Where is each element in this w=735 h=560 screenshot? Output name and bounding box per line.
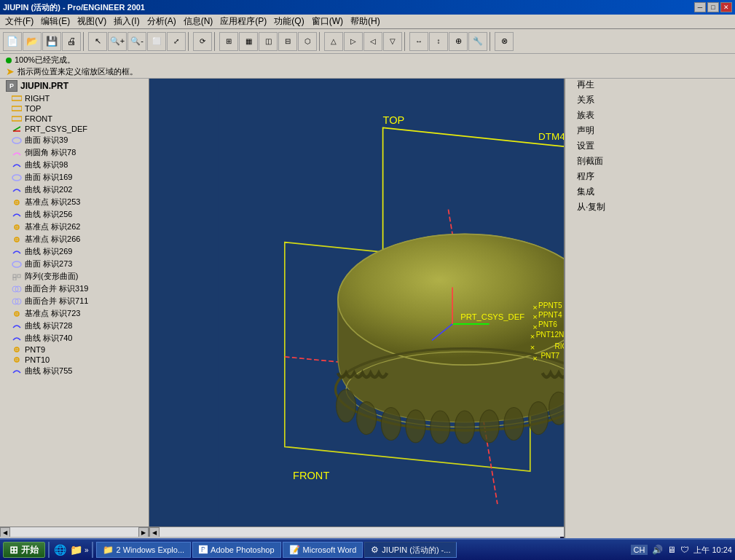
tree-item-icon — [12, 94, 23, 103]
tb-btn14[interactable]: ⊗ — [495, 32, 514, 51]
task-photoshop-icon: 🅿 — [199, 545, 208, 555]
tree-item[interactable]: 曲线 标识256 — [0, 208, 149, 221]
tree-item[interactable]: 曲面合并 标识711 — [0, 295, 149, 307]
svg-point-52 — [479, 410, 499, 443]
task-explorer-label: 2 Windows Explo... — [117, 545, 185, 554]
tb-btn9[interactable]: ▽ — [383, 32, 402, 51]
tb-btn10[interactable]: ↔ — [409, 32, 428, 51]
task-word[interactable]: 📝 Microsoft Word — [283, 542, 363, 558]
right-panel-item[interactable]: 集成 — [565, 184, 735, 200]
new-button[interactable]: 📄 — [3, 32, 22, 51]
right-panel-item[interactable]: 剖截面 — [565, 154, 735, 169]
right-panel-item[interactable]: 关系 — [565, 92, 735, 108]
toolbar-row1: 📄 📂 💾 🖨 ↖ 🔍+ 🔍- ⬜ ⤢ ⟳ ⊞ ▦ ◫ ⊟ ⬡ △ ▷ ◁ ▽ … — [0, 29, 735, 54]
menu-function[interactable]: 功能(Q) — [270, 14, 307, 29]
menu-info[interactable]: 信息(N) — [180, 14, 217, 29]
tree-item-icon — [12, 260, 23, 269]
tree-item[interactable]: 曲面 标识39 — [0, 134, 149, 146]
tb-btn4[interactable]: ⊟ — [278, 32, 297, 51]
tree-horiz-scroll[interactable]: ◀ ▶ — [0, 527, 149, 537]
tree-item[interactable]: FRONT — [0, 114, 149, 124]
tree-item[interactable]: 基准点 标识723 — [0, 307, 149, 320]
tree-item-icon — [12, 367, 23, 376]
tb-btn12[interactable]: ⊕ — [449, 32, 468, 51]
tb-btn7[interactable]: ▷ — [344, 32, 363, 51]
task-jiupin[interactable]: ⚙ JIUPIN (活动的) -... — [364, 542, 457, 558]
svg-point-48 — [381, 408, 401, 441]
tree-item[interactable]: PNT9 — [0, 344, 149, 355]
tb-btn13[interactable]: 🔧 — [468, 32, 487, 51]
select-button[interactable]: ↖ — [88, 32, 107, 51]
tb-btn1[interactable]: ⊞ — [219, 32, 238, 51]
tree-item[interactable]: 曲面 标识273 — [0, 258, 149, 270]
save-button[interactable]: 💾 — [42, 32, 61, 51]
tree-item[interactable]: 曲面合并 标识319 — [0, 283, 149, 295]
menu-insert[interactable]: 插入(I) — [110, 14, 143, 29]
tree-item[interactable]: 倒圆角 标识78 — [0, 146, 149, 159]
zoom-window-button[interactable]: ⬜ — [147, 32, 166, 51]
svg-marker-2 — [12, 117, 22, 121]
tree-item[interactable]: PRT_CSYS_DEF — [0, 124, 149, 134]
lang-indicator[interactable]: CH — [631, 545, 648, 555]
tray-ie-icon[interactable]: 🌐 — [52, 543, 67, 557]
menu-edit[interactable]: 编辑(E) — [37, 14, 74, 29]
hscroll-left-btn[interactable]: ◀ — [149, 527, 160, 537]
tree-item[interactable]: 曲线 标识98 — [0, 159, 149, 171]
task-photoshop[interactable]: 🅿 Adobe Photoshop — [192, 542, 280, 558]
tree-item[interactable]: PNT10 — [0, 355, 149, 365]
tb-btn2[interactable]: ▦ — [239, 32, 258, 51]
menu-application[interactable]: 应用程序(P) — [216, 14, 270, 29]
scroll-right-btn[interactable]: ▶ — [138, 527, 149, 537]
tb-btn5[interactable]: ⬡ — [298, 32, 317, 51]
right-panel-item[interactable]: 程序 — [565, 169, 735, 184]
tree-item-icon — [12, 248, 23, 256]
right-panel-item[interactable]: 从·复制 — [565, 200, 735, 215]
tree-item-icon — [12, 309, 23, 318]
right-panel-item[interactable]: 设置 — [565, 138, 735, 154]
tray-more-btn[interactable]: » — [84, 546, 89, 554]
right-panel-item[interactable]: 族表 — [565, 108, 735, 123]
tree-item[interactable]: RIGHT — [0, 93, 149, 103]
menu-help[interactable]: 帮助(H) — [347, 14, 384, 29]
menu-view[interactable]: 视图(V) — [74, 14, 110, 29]
tree-item[interactable]: 曲线 标识269 — [0, 245, 149, 258]
open-button[interactable]: 📂 — [23, 32, 42, 51]
zoom-fit-button[interactable]: ⤢ — [167, 32, 186, 51]
repaint-button[interactable]: ⟳ — [193, 32, 212, 51]
tree-item[interactable]: TOP — [0, 103, 149, 114]
right-panel-item[interactable]: 声明 — [565, 123, 735, 138]
tb-btn11[interactable]: ↕ — [429, 32, 448, 51]
menu-analysis[interactable]: 分析(A) — [144, 14, 180, 29]
tree-item[interactable]: 基准点 标识262 — [0, 221, 149, 233]
tree-item[interactable]: 曲线 标识728 — [0, 320, 149, 332]
svg-text:×: × — [532, 354, 538, 363]
tree-item-label: 曲面 标识169 — [25, 172, 72, 183]
minimize-button[interactable]: ─ — [694, 2, 706, 12]
tree-item[interactable]: 曲面 标识169 — [0, 171, 149, 184]
tree-item-label: 基准点 标识253 — [25, 197, 80, 208]
task-explorer[interactable]: 📁 2 Windows Explo... — [96, 542, 192, 558]
zoom-out-button[interactable]: 🔍- — [127, 32, 146, 51]
tb-btn6[interactable]: △ — [324, 32, 343, 51]
zoom-in-button[interactable]: 🔍+ — [108, 32, 127, 51]
right-panel-item[interactable]: 再生 — [565, 77, 735, 92]
scroll-left-btn[interactable]: ◀ — [0, 527, 10, 537]
tree-scroll-area[interactable]: RIGHTTOPFRONTPRT_CSYS_DEF曲面 标识39倒圆角 标识78… — [0, 93, 149, 527]
tray-explorer-icon[interactable]: 📁 — [68, 543, 83, 557]
menu-file[interactable]: 文件(F) — [1, 14, 37, 29]
close-button[interactable]: ✕ — [720, 2, 732, 12]
tree-item[interactable]: 基准点 标识266 — [0, 233, 149, 245]
tree-item[interactable]: 曲线 标识740 — [0, 332, 149, 344]
tb-btn8[interactable]: ◁ — [363, 32, 382, 51]
status-arrow-icon: ➤ — [6, 66, 15, 77]
maximize-button[interactable]: □ — [707, 2, 719, 12]
tree-item[interactable]: 曲线 标识202 — [0, 184, 149, 196]
tree-item[interactable]: 阵列(变形曲面) — [0, 270, 149, 283]
tb-btn3[interactable]: ◫ — [259, 32, 278, 51]
print-button[interactable]: 🖨 — [62, 32, 81, 51]
tree-root-item[interactable]: P JIUPIN.PRT — [0, 79, 149, 93]
start-button[interactable]: ⊞ 开始 — [3, 542, 45, 558]
tree-item[interactable]: 曲线 标识755 — [0, 365, 149, 377]
tree-item[interactable]: 基准点 标识253 — [0, 196, 149, 208]
menu-window[interactable]: 窗口(W) — [308, 14, 347, 29]
